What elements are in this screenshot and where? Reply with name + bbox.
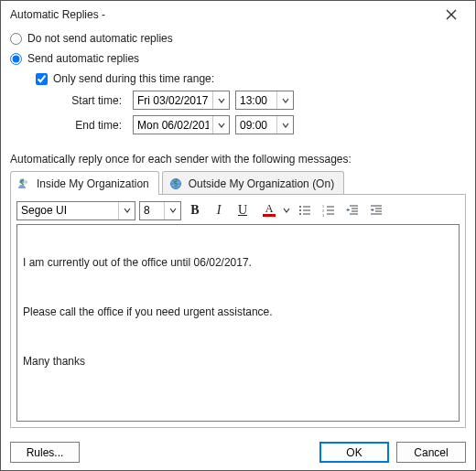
radio-send[interactable]: Send automatic replies [10,52,466,65]
only-send-range-label: Only send during this time range: [53,72,214,85]
end-date-input[interactable] [134,116,212,134]
message-editor[interactable]: I am currently out of the office until 0… [16,224,460,422]
bold-button[interactable]: B [185,200,205,220]
chevron-down-icon[interactable] [212,91,229,109]
time-range-block: Only send during this time range: Start … [36,72,466,140]
dialog-footer: Rules... OK Cancel [1,434,475,470]
svg-point-7 [299,213,301,215]
svg-point-6 [299,209,301,211]
window-title: Automatic Replies - [10,8,433,21]
message-line: Please call the office if you need urgen… [23,305,453,318]
chevron-down-icon[interactable] [276,116,293,134]
start-time-input[interactable] [236,91,276,109]
start-time-combo[interactable] [235,91,294,110]
chevron-down-icon[interactable] [164,202,180,219]
italic-button[interactable]: I [209,200,229,220]
end-date-combo[interactable] [133,115,230,134]
tab-strip: Inside My Organization Outside My Organi… [10,171,466,195]
close-icon [446,9,457,20]
numbered-list-button[interactable]: 123 [319,200,339,220]
chevron-down-icon[interactable] [282,200,291,220]
rules-button[interactable]: Rules... [10,442,80,463]
tab-outside-label: Outside My Organization (On) [189,177,334,190]
tab-inside-label: Inside My Organization [37,177,149,190]
tab-inside-org[interactable]: Inside My Organization [10,171,159,195]
only-send-range-checkbox[interactable] [36,73,48,85]
font-color-button[interactable]: A [256,200,291,220]
radio-do-not-send[interactable]: Do not send automatic replies [10,32,466,45]
start-date-input[interactable] [134,91,212,109]
font-name-input[interactable] [17,202,118,219]
start-date-combo[interactable] [133,91,230,110]
globe-reply-icon [168,177,183,191]
message-line: I am currently out of the office until 0… [23,256,453,269]
indent-button[interactable] [366,200,386,220]
format-toolbar: B I U A 123 [16,200,460,220]
svg-text:3: 3 [322,213,324,217]
people-reply-icon [16,177,31,191]
radio-do-not-send-input[interactable] [10,33,22,45]
only-send-range[interactable]: Only send during this time range: [36,72,466,85]
font-size-input[interactable] [140,202,164,219]
title-bar: Automatic Replies - [1,1,475,28]
font-size-combo[interactable] [139,201,181,220]
outdent-icon [346,204,359,217]
dialog-content: Do not send automatic replies Send autom… [1,28,475,434]
underline-button[interactable]: U [233,200,253,220]
ok-button[interactable]: OK [319,442,389,463]
end-time-label: End time: [54,119,127,132]
chevron-down-icon[interactable] [276,91,293,109]
numbered-list-icon: 123 [322,204,335,217]
svg-point-5 [299,206,301,208]
indent-icon [370,204,383,217]
tab-outside-org[interactable]: Outside My Organization (On) [162,171,344,195]
chevron-down-icon[interactable] [118,202,135,219]
section-label: Automatically reply once for each sender… [10,153,466,166]
bullet-list-icon [298,204,311,217]
message-line: Many thanks [23,355,453,368]
chevron-down-icon[interactable] [212,116,229,134]
radio-send-label: Send automatic replies [27,52,139,65]
svg-point-3 [24,180,27,184]
time-grid: Start time: End time: [54,91,466,134]
outdent-button[interactable] [342,200,362,220]
end-time-input[interactable] [236,116,276,134]
close-button[interactable] [433,3,470,27]
cancel-button[interactable]: Cancel [396,442,466,463]
font-color-icon: A [256,200,282,220]
bullet-list-button[interactable] [295,200,315,220]
start-time-label: Start time: [54,94,127,107]
font-name-combo[interactable] [16,201,135,220]
tab-panel-inside: B I U A 123 I am current [10,194,466,428]
radio-do-not-send-label: Do not send automatic replies [27,32,173,45]
radio-send-input[interactable] [10,53,22,65]
end-time-combo[interactable] [235,115,294,134]
